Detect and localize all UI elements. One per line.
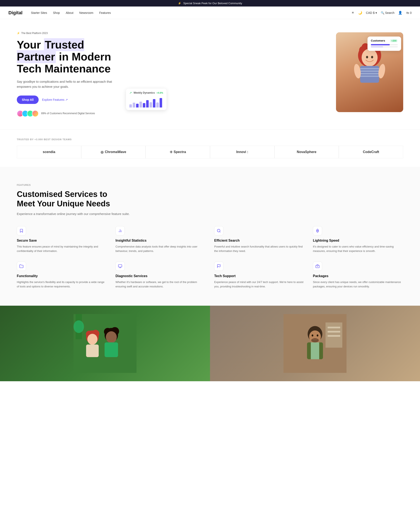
trusted-section: TRUSTED BY +3.000 BEST DESIGN TEAMS scen… — [0, 130, 420, 167]
feature-6-desc: Experience peace of mind with our 24/7 t… — [214, 280, 305, 289]
secure-save-icon-box — [17, 226, 26, 235]
svg-rect-9 — [360, 68, 379, 69]
feature-functionality: Functionality Highlights the service's f… — [17, 262, 107, 289]
search-icon-box — [214, 226, 223, 235]
svg-rect-38 — [105, 342, 118, 357]
flag-icon — [217, 264, 221, 268]
hero-title: Your Trusted Partner in Modern Tech Main… — [17, 39, 118, 75]
svg-point-18 — [217, 229, 220, 232]
rocket-icon — [315, 229, 320, 233]
brand-name: ChromaWave — [105, 150, 126, 154]
hero-social-proof: 89% of Customers Recommend Digital Servi… — [17, 110, 118, 117]
trusted-label: TRUSTED BY +3.000 BEST DESIGN TEAMS — [17, 138, 403, 141]
social-proof-text: 89% of Customers Recommend Digital Servi… — [41, 112, 95, 115]
nav-newsroom[interactable]: Newsroom — [79, 11, 93, 15]
svg-point-7 — [371, 56, 373, 58]
customers-card-header: Customers +200 — [371, 39, 398, 42]
svg-point-20 — [317, 230, 318, 231]
svg-rect-52 — [328, 335, 340, 337]
nav-shop[interactable]: Shop — [53, 11, 60, 15]
account-icon[interactable]: 👤 — [398, 11, 402, 15]
search-icon: 🔍 — [381, 11, 384, 15]
shop-all-button[interactable]: Shop All — [17, 96, 39, 104]
currency-selector[interactable]: CAD $ ▾ — [366, 11, 377, 15]
nav-features[interactable]: Features — [99, 11, 111, 15]
brand-name: CodeCraft — [363, 150, 379, 154]
bar-chart-icon — [118, 229, 122, 233]
search-button[interactable]: 🔍 Search — [381, 11, 394, 15]
features-label: FEATURES — [17, 184, 403, 186]
cart-button[interactable]: 🛍 0 — [406, 11, 411, 15]
bar-7 — [149, 102, 152, 107]
site-logo[interactable]: Digital — [9, 10, 22, 16]
svg-point-32 — [87, 334, 97, 345]
progress-bar-1-fill — [371, 44, 390, 45]
moon-icon[interactable]: 🌙 — [358, 11, 362, 15]
spectra-icon: ✛ — [170, 150, 172, 154]
svg-rect-12 — [360, 76, 379, 77]
bar-8 — [153, 99, 155, 107]
svg-point-5 — [362, 49, 377, 66]
bolt-icon: ⚡ — [17, 32, 20, 35]
person-illustration-right — [283, 314, 347, 373]
feature-packages: Packages Since every client has unique n… — [313, 262, 403, 289]
diagnostic-icon-box — [115, 262, 125, 271]
hero-badge: ⚡ The Best Platform 2023 — [17, 32, 118, 35]
brand-name: Spectra — [174, 150, 186, 154]
bar-5 — [143, 103, 145, 107]
brand-scendia: scendia — [17, 146, 81, 158]
feature-3-name: Lightning Speed — [313, 239, 403, 243]
feature-secure-save: Secure Save This feature ensures peace o… — [17, 226, 107, 253]
features-subtitle: Experience a transformative online journ… — [17, 212, 403, 216]
features-title: Customised Services to Meet Your Unique … — [17, 190, 126, 209]
feature-diagnostic: Diagnostic Services Whether it's hardwar… — [115, 262, 206, 289]
chart-badge: +4.6% — [157, 92, 163, 94]
bottom-image-left — [0, 306, 210, 381]
bar-10 — [160, 98, 162, 107]
mini-chart — [129, 97, 163, 107]
bar-6 — [146, 100, 149, 107]
feature-0-name: Secure Save — [17, 239, 107, 243]
packages-icon-box — [313, 262, 322, 271]
svg-rect-21 — [118, 265, 122, 267]
bar-1 — [129, 104, 132, 107]
folder-icon — [19, 264, 24, 268]
hero-section: ⚡ The Best Platform 2023 Your Trusted Pa… — [0, 19, 420, 130]
cart-icon: 🛍 — [406, 11, 409, 15]
nav-links: Starter Sites Shop About Newsroom Featur… — [31, 11, 351, 15]
hero-image-area: Customers +200 ↗ Weekly Dynamics +4.6% — [118, 32, 403, 116]
bottom-images — [0, 306, 420, 381]
brand-codecraft: CodeCraft — [339, 146, 403, 158]
feature-5-name: Diagnostic Services — [115, 274, 206, 278]
lightning-icon: ⚡ — [178, 2, 181, 5]
package-icon — [315, 264, 320, 268]
feature-4-name: Functionality — [17, 274, 107, 278]
explore-features-button[interactable]: Explore Features ↗ — [42, 98, 68, 101]
brand-innovi: Innovi : — [210, 146, 274, 158]
svg-rect-51 — [328, 331, 340, 332]
feature-search: Efficient Search Powerful and intuitive … — [214, 226, 305, 253]
feature-4-desc: Highlights the service's flexibility and… — [17, 280, 107, 289]
feature-2-name: Efficient Search — [214, 239, 305, 243]
svg-point-45 — [312, 334, 313, 337]
progress-bar-1-bg — [371, 44, 398, 45]
bookmark-icon — [19, 229, 24, 233]
search-feature-icon — [217, 229, 221, 233]
functionality-icon-box — [17, 262, 26, 271]
svg-point-19 — [219, 230, 219, 230]
nav-about[interactable]: About — [66, 11, 73, 15]
feature-0-desc: This feature ensures peace of mind by ma… — [17, 245, 107, 253]
hero-title-start: Your — [17, 39, 44, 51]
feature-7-name: Packages — [313, 274, 403, 278]
nav-starter-sites[interactable]: Starter Sites — [31, 11, 47, 15]
sun-icon[interactable]: ☀ — [351, 11, 354, 15]
feature-1-desc: Comprehensive data analysis tools that o… — [115, 245, 206, 253]
feature-statistics: Insightful Statistics Comprehensive data… — [115, 226, 206, 253]
bar-2 — [133, 103, 135, 107]
features-grid: Secure Save This feature ensures peace o… — [17, 226, 403, 289]
features-section: FEATURES Customised Services to Meet You… — [0, 167, 420, 306]
brand-chromawave: ◎ ChromaWave — [81, 146, 146, 158]
feature-5-desc: Whether it's hardware or software, we ge… — [115, 280, 206, 289]
feature-3-desc: It's designed to cater to users who valu… — [313, 245, 403, 253]
svg-point-46 — [317, 334, 318, 337]
